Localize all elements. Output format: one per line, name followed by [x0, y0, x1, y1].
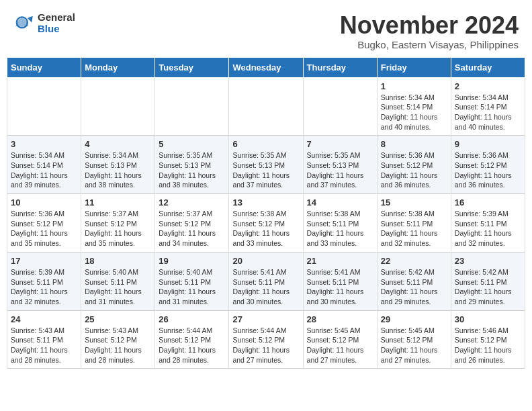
day-number: 8	[381, 139, 447, 149]
day-cell	[303, 77, 377, 136]
day-number: 16	[455, 197, 521, 208]
day-info: Sunrise: 5:36 AM Sunset: 5:12 PM Dayligh…	[11, 209, 77, 248]
day-number: 18	[85, 256, 151, 266]
day-info: Sunrise: 5:36 AM Sunset: 5:12 PM Dayligh…	[455, 150, 521, 190]
day-number: 7	[307, 139, 373, 149]
month-title: November 2024	[340, 12, 519, 39]
day-info: Sunrise: 5:46 AM Sunset: 5:12 PM Dayligh…	[455, 326, 521, 365]
page-header: General Blue November 2024 Bugko, Easter…	[0, 0, 532, 57]
day-number: 9	[455, 139, 521, 149]
day-number: 12	[159, 197, 225, 208]
day-info: Sunrise: 5:44 AM Sunset: 5:12 PM Dayligh…	[232, 326, 299, 365]
week-row-5: 24Sunrise: 5:43 AM Sunset: 5:11 PM Dayli…	[7, 310, 525, 369]
day-cell: 22Sunrise: 5:42 AM Sunset: 5:11 PM Dayli…	[377, 252, 451, 310]
col-header-sunday: Sunday	[7, 57, 81, 77]
day-info: Sunrise: 5:36 AM Sunset: 5:12 PM Dayligh…	[381, 150, 447, 190]
day-cell: 21Sunrise: 5:41 AM Sunset: 5:11 PM Dayli…	[303, 252, 377, 310]
day-number: 6	[232, 139, 299, 149]
day-info: Sunrise: 5:38 AM Sunset: 5:12 PM Dayligh…	[232, 209, 299, 248]
day-number: 17	[11, 256, 77, 266]
day-info: Sunrise: 5:37 AM Sunset: 5:12 PM Dayligh…	[159, 209, 225, 248]
header-row: SundayMondayTuesdayWednesdayThursdayFrid…	[7, 57, 525, 77]
day-cell: 24Sunrise: 5:43 AM Sunset: 5:11 PM Dayli…	[7, 310, 81, 369]
calendar-wrap: SundayMondayTuesdayWednesdayThursdayFrid…	[0, 57, 532, 376]
day-cell: 26Sunrise: 5:44 AM Sunset: 5:12 PM Dayli…	[155, 310, 229, 369]
day-cell: 19Sunrise: 5:40 AM Sunset: 5:11 PM Dayli…	[155, 252, 229, 310]
week-row-3: 10Sunrise: 5:36 AM Sunset: 5:12 PM Dayli…	[7, 194, 525, 253]
day-cell: 14Sunrise: 5:38 AM Sunset: 5:11 PM Dayli…	[303, 194, 377, 253]
day-number: 30	[455, 314, 521, 324]
week-row-2: 3Sunrise: 5:34 AM Sunset: 5:14 PM Daylig…	[7, 136, 525, 194]
day-cell: 29Sunrise: 5:45 AM Sunset: 5:12 PM Dayli…	[377, 310, 451, 369]
day-cell	[155, 77, 229, 136]
day-number: 15	[381, 197, 447, 208]
day-number: 13	[232, 197, 299, 208]
day-info: Sunrise: 5:34 AM Sunset: 5:13 PM Dayligh…	[85, 150, 151, 190]
title-block: November 2024 Bugko, Eastern Visayas, Ph…	[340, 12, 519, 50]
day-cell: 27Sunrise: 5:44 AM Sunset: 5:12 PM Dayli…	[229, 310, 303, 369]
day-cell: 13Sunrise: 5:38 AM Sunset: 5:12 PM Dayli…	[229, 194, 303, 253]
day-info: Sunrise: 5:34 AM Sunset: 5:14 PM Dayligh…	[455, 93, 521, 132]
day-cell: 17Sunrise: 5:39 AM Sunset: 5:11 PM Dayli…	[7, 252, 81, 310]
day-info: Sunrise: 5:34 AM Sunset: 5:14 PM Dayligh…	[11, 150, 77, 190]
col-header-tuesday: Tuesday	[155, 57, 229, 77]
day-number: 28	[307, 314, 373, 324]
day-info: Sunrise: 5:42 AM Sunset: 5:11 PM Dayligh…	[455, 267, 521, 307]
day-number: 21	[307, 256, 373, 266]
day-number: 19	[159, 256, 225, 266]
location: Bugko, Eastern Visayas, Philippines	[340, 39, 519, 50]
day-info: Sunrise: 5:44 AM Sunset: 5:12 PM Dayligh…	[159, 326, 225, 365]
day-info: Sunrise: 5:35 AM Sunset: 5:13 PM Dayligh…	[159, 150, 225, 190]
col-header-wednesday: Wednesday	[229, 57, 303, 77]
day-number: 22	[381, 256, 447, 266]
day-cell: 11Sunrise: 5:37 AM Sunset: 5:12 PM Dayli…	[81, 194, 155, 253]
day-number: 10	[11, 197, 77, 208]
day-cell: 23Sunrise: 5:42 AM Sunset: 5:11 PM Dayli…	[451, 252, 525, 310]
day-cell: 15Sunrise: 5:38 AM Sunset: 5:11 PM Dayli…	[377, 194, 451, 253]
day-number: 27	[232, 314, 299, 324]
day-cell: 1Sunrise: 5:34 AM Sunset: 5:14 PM Daylig…	[377, 77, 451, 136]
day-info: Sunrise: 5:37 AM Sunset: 5:12 PM Dayligh…	[85, 209, 151, 248]
calendar-header: SundayMondayTuesdayWednesdayThursdayFrid…	[7, 57, 525, 77]
calendar-table: SundayMondayTuesdayWednesdayThursdayFrid…	[7, 57, 525, 369]
day-info: Sunrise: 5:45 AM Sunset: 5:12 PM Dayligh…	[381, 326, 447, 365]
logo-general: General	[38, 12, 75, 24]
day-number: 24	[11, 314, 77, 324]
day-number: 2	[455, 81, 521, 91]
day-info: Sunrise: 5:39 AM Sunset: 5:11 PM Dayligh…	[11, 267, 77, 307]
day-cell: 30Sunrise: 5:46 AM Sunset: 5:12 PM Dayli…	[451, 310, 525, 369]
day-number: 20	[232, 256, 299, 266]
day-info: Sunrise: 5:45 AM Sunset: 5:12 PM Dayligh…	[307, 326, 373, 365]
day-cell: 7Sunrise: 5:35 AM Sunset: 5:13 PM Daylig…	[303, 136, 377, 194]
day-cell: 12Sunrise: 5:37 AM Sunset: 5:12 PM Dayli…	[155, 194, 229, 253]
day-cell: 18Sunrise: 5:40 AM Sunset: 5:11 PM Dayli…	[81, 252, 155, 310]
day-info: Sunrise: 5:35 AM Sunset: 5:13 PM Dayligh…	[307, 150, 373, 190]
day-cell	[229, 77, 303, 136]
day-cell: 16Sunrise: 5:39 AM Sunset: 5:11 PM Dayli…	[451, 194, 525, 253]
col-header-monday: Monday	[81, 57, 155, 77]
day-number: 23	[455, 256, 521, 266]
day-number: 11	[85, 197, 151, 208]
day-info: Sunrise: 5:41 AM Sunset: 5:11 PM Dayligh…	[232, 267, 299, 307]
day-number: 14	[307, 197, 373, 208]
logo: General Blue	[13, 12, 75, 34]
day-number: 1	[381, 81, 447, 91]
day-cell: 6Sunrise: 5:35 AM Sunset: 5:13 PM Daylig…	[229, 136, 303, 194]
day-cell: 20Sunrise: 5:41 AM Sunset: 5:11 PM Dayli…	[229, 252, 303, 310]
day-info: Sunrise: 5:38 AM Sunset: 5:11 PM Dayligh…	[307, 209, 373, 248]
day-number: 29	[381, 314, 447, 324]
day-info: Sunrise: 5:40 AM Sunset: 5:11 PM Dayligh…	[85, 267, 151, 307]
day-number: 5	[159, 139, 225, 149]
logo-icon	[13, 13, 35, 34]
day-cell: 10Sunrise: 5:36 AM Sunset: 5:12 PM Dayli…	[7, 194, 81, 253]
day-cell: 28Sunrise: 5:45 AM Sunset: 5:12 PM Dayli…	[303, 310, 377, 369]
logo-text: General Blue	[38, 12, 75, 34]
day-number: 3	[11, 139, 77, 149]
day-cell	[81, 77, 155, 136]
day-info: Sunrise: 5:40 AM Sunset: 5:11 PM Dayligh…	[159, 267, 225, 307]
day-number: 4	[85, 139, 151, 149]
day-info: Sunrise: 5:38 AM Sunset: 5:11 PM Dayligh…	[381, 209, 447, 248]
day-info: Sunrise: 5:43 AM Sunset: 5:12 PM Dayligh…	[85, 326, 151, 365]
day-info: Sunrise: 5:35 AM Sunset: 5:13 PM Dayligh…	[232, 150, 299, 190]
day-info: Sunrise: 5:34 AM Sunset: 5:14 PM Dayligh…	[381, 93, 447, 132]
